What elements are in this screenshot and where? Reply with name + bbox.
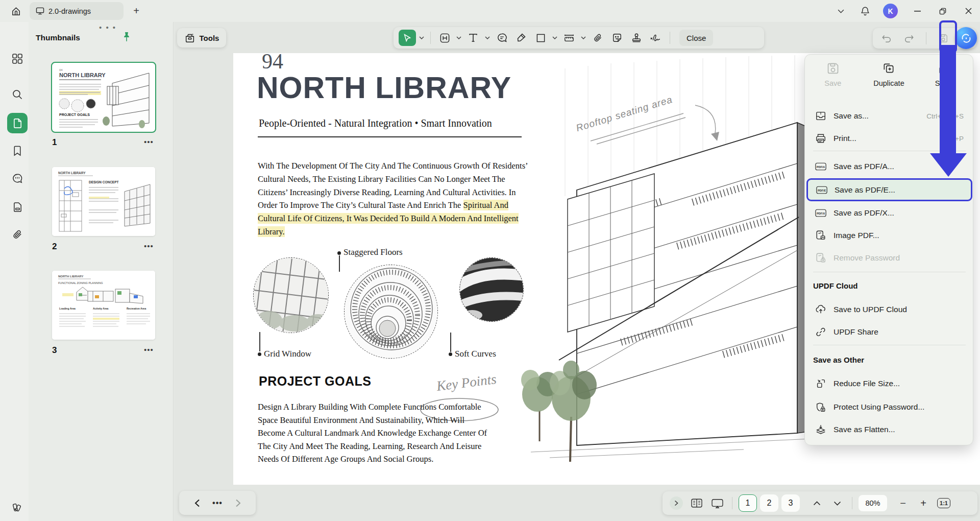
thumbnail-page-1[interactable]: 04 NORTH LIBRARY PROJECT GOALS [52, 63, 155, 132]
presentation-mode-button[interactable] [708, 494, 726, 512]
goals-heading: PROJECT GOALS [259, 374, 371, 389]
page-up-button[interactable] [808, 494, 825, 512]
panel-drag-handle[interactable]: • • • [99, 23, 116, 32]
text-icon [468, 33, 478, 43]
search-button[interactable] [7, 84, 28, 105]
text-tool-dropdown[interactable] [484, 30, 491, 45]
undo-icon [881, 34, 892, 43]
thumbnail-3-number: 3 [52, 345, 57, 356]
text-tool-button[interactable] [464, 30, 482, 46]
bell-icon [861, 6, 870, 16]
paperclip-icon [12, 229, 23, 240]
expand-statusbar-button[interactable] [668, 494, 685, 512]
cursor-icon [403, 33, 412, 42]
zoom-out-button[interactable]: − [894, 494, 912, 512]
toolbar-divider [670, 32, 670, 44]
actual-size-button[interactable]: 1:1 [935, 494, 952, 512]
flatten-layers-icon [815, 424, 826, 435]
thumbnails-panel: • • • Thumbnails 04 NORTH LIBRARY PROJEC… [29, 22, 174, 521]
page-button-2[interactable]: 2 [760, 494, 778, 512]
menu-item-reduce-file-size[interactable]: Reduce File Size... [807, 373, 972, 394]
svg-text:NORTH LIBRARY: NORTH LIBRARY [59, 72, 106, 78]
close-window-button[interactable] [961, 0, 976, 22]
thumbnail-1-menu-button[interactable]: ••• [144, 137, 154, 146]
thumbnail-2-menu-button[interactable]: ••• [144, 242, 154, 250]
attachments-button[interactable] [7, 224, 28, 245]
menu-item-label: Save as PDF/A... [834, 162, 894, 171]
sticker-icon [612, 33, 622, 43]
tools-button[interactable]: Tools [177, 28, 226, 48]
measure-tool-dropdown[interactable] [580, 30, 587, 45]
more-pages-button[interactable]: ••• [209, 494, 226, 512]
comment-tool-button[interactable] [493, 30, 510, 46]
new-tab-button[interactable]: + [130, 4, 143, 17]
avatar[interactable]: K [883, 4, 898, 18]
menu-item-save-as-pdfe[interactable]: PDF/E Save as PDF/E... [806, 178, 972, 201]
home-button[interactable] [8, 4, 23, 19]
page-down-button[interactable] [828, 494, 846, 512]
highlighter-tool-button[interactable] [512, 30, 530, 46]
pin-button[interactable] [121, 31, 132, 42]
page-button-1[interactable]: 1 [739, 494, 757, 512]
prev-page-button[interactable] [188, 494, 206, 512]
menu-item-protect-password[interactable]: Protect Using Password... [807, 396, 972, 418]
menu-item-remove-password[interactable]: Remove Password [807, 247, 972, 269]
menu-item-save-as-flatten[interactable]: Save as Flatten... [807, 419, 972, 440]
redo-button[interactable] [900, 30, 918, 46]
menu-item-updf-share[interactable]: UPDF Share [807, 321, 972, 343]
menu-item-label: Remove Password [834, 253, 900, 263]
titlebar-chevron-button[interactable] [834, 0, 847, 22]
statusbar-divider [852, 497, 852, 509]
menu-item-save-to-cloud[interactable]: Save to UPDF Cloud [807, 299, 972, 320]
close-tools-button[interactable]: Close [679, 30, 713, 46]
pdfx-icon: PDF/X [815, 207, 826, 219]
document-tab[interactable]: 2.0-drawings [30, 2, 124, 20]
thumbnail-page-3[interactable]: NORTH LIBRARY FUNCTIONAL ZONING PLANNING… [52, 271, 155, 340]
ratio-label: 1:1 [937, 498, 950, 508]
statusbar: 1 2 3 80% − + 1:1 [663, 491, 977, 515]
zoom-in-button[interactable]: + [915, 494, 932, 512]
two-page-view-button[interactable] [688, 494, 705, 512]
undo-button[interactable] [878, 30, 895, 46]
titlebar: 2.0-drawings + K [0, 0, 980, 22]
edit-text-dropdown[interactable] [455, 30, 462, 45]
zoom-level[interactable]: 80% [859, 495, 887, 511]
thumbnail-3-menu-button[interactable]: ••• [144, 345, 154, 354]
minimize-button[interactable] [910, 0, 925, 22]
menu-save-button[interactable]: Save [811, 62, 855, 87]
attachment-tool-button[interactable] [589, 30, 606, 46]
stamp-tool-button[interactable] [628, 30, 645, 46]
notifications-button[interactable] [859, 0, 872, 22]
appearance-button[interactable] [7, 497, 28, 517]
soft-curves-image [459, 257, 524, 322]
reduce-size-icon [815, 378, 826, 389]
ruler-icon [564, 33, 575, 43]
search-icon [12, 89, 23, 100]
sticker-tool-button[interactable] [608, 30, 626, 46]
select-tool-dropdown[interactable] [418, 30, 425, 45]
svg-text:PROJECT GOALS: PROJECT GOALS [59, 113, 90, 116]
zoom-value: 80% [865, 499, 880, 507]
edit-text-tool-button[interactable] [436, 30, 453, 46]
measure-tool-button[interactable] [560, 30, 578, 46]
menu-duplicate-button[interactable]: Duplicate [867, 62, 911, 87]
select-tool-button[interactable] [399, 30, 416, 46]
menu-item-save-as-pdfx[interactable]: PDF/X Save as PDF/X... [807, 202, 972, 224]
page-button-3[interactable]: 3 [781, 494, 800, 512]
staggered-floors-label: Staggered Floors [344, 247, 403, 257]
menu-item-image-pdf[interactable]: Image PDF... [807, 225, 972, 246]
thumbnail-page-2[interactable]: NORTH LIBRARY DESIGN CONCEPT [52, 167, 155, 236]
shape-tool-button[interactable] [532, 30, 549, 46]
menu-item-label: Print... [834, 134, 856, 143]
grid-view-button[interactable] [7, 49, 28, 69]
next-page-button[interactable] [229, 494, 247, 512]
shape-tool-dropdown[interactable] [551, 30, 558, 45]
thumbnail-2-number: 2 [52, 242, 57, 252]
display-icon [36, 7, 44, 15]
form-fields-button[interactable] [7, 197, 28, 217]
restore-button[interactable] [935, 0, 950, 22]
thumbnails-panel-button[interactable] [7, 113, 28, 133]
bookmarks-button[interactable] [7, 140, 28, 161]
comments-button[interactable] [7, 168, 28, 188]
signature-tool-button[interactable] [647, 30, 665, 46]
